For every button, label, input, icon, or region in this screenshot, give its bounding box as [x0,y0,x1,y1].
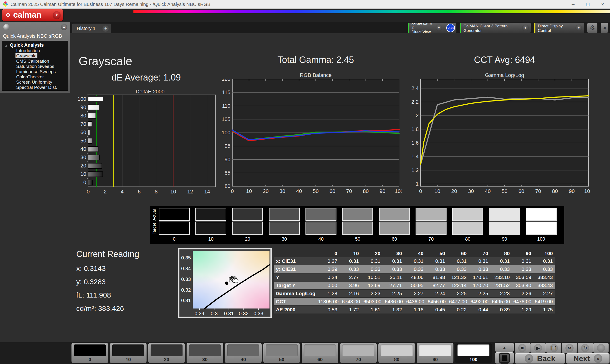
back-arrows-icon: « [525,354,533,363]
sidebar-item-luminance-sweeps[interactable]: Luminance Sweeps [2,69,68,74]
svg-text:0.35: 0.35 [181,255,191,260]
table-cell: 0.27 [318,258,339,264]
de-average-value: dE Average: 1.09 [112,72,181,83]
calman-menu-button[interactable]: ❖ calman ▼ [2,9,63,21]
table-cell: 0.33 [361,266,383,272]
table-row-label: ΔE 2000 [274,307,318,312]
pattern-level-button-40[interactable]: 40 [225,343,262,363]
table-row: CCT11305.006748.006503.006436.006436.006… [274,298,555,305]
tree-root-quick-analysis[interactable]: ◢ Quick Analysis [2,42,68,48]
pattern-level-button-100[interactable]: 100 [455,343,492,363]
actual-swatch-0 [159,208,190,221]
table-cell: 0.33 [339,266,361,272]
strip-level-label: 20 [232,236,263,242]
svg-text:40: 40 [296,188,302,194]
next-button[interactable]: Next » [566,353,610,364]
tab-history-1[interactable]: History 1 [72,24,100,33]
sidebar-item-colorchecker[interactable]: ColorChecker [2,74,68,79]
chevron-down-icon[interactable]: ▼ [522,25,529,31]
tree-expander-icon[interactable]: ◢ [5,43,7,49]
table-cell: 1.32 [383,307,404,312]
target-swatch-30 [269,221,300,235]
table-row-label: y: CIE31 [274,266,318,272]
table-cell: 170.61 [469,274,490,280]
svg-text:1.2: 1.2 [411,167,419,173]
chevron-down-icon[interactable]: ▼ [575,25,582,31]
svg-text:90: 90 [569,188,574,194]
svg-text:20: 20 [451,188,457,194]
sidebar-item-spectral-power-dist[interactable]: Spectral Power Dist. [2,85,68,90]
pattern-level-button-30[interactable]: 30 [187,343,223,363]
settings-gear-button[interactable]: ⚙ [587,23,597,33]
pattern-level-button-70[interactable]: 70 [340,343,377,363]
table-cell: 0.31 [383,258,404,264]
strip-level-label: 90 [489,236,520,242]
pattern-level-button-90[interactable]: 90 [417,343,454,363]
back-button[interactable]: « Back [515,353,565,364]
table-row: ΔE 20000.531.721.611.321.180.450.220.440… [274,306,555,313]
target-swatch-20 [232,221,263,235]
table-cell: 1.18 [404,307,426,312]
pattern-level-button-50[interactable]: 50 [263,343,300,363]
stop-button[interactable]: ■ [515,343,530,353]
table-cell: 2.25 [383,291,404,296]
sidebar-collapse-button[interactable]: ◀ [61,24,67,30]
svg-text:120: 120 [221,78,230,82]
pattern-level-button-60[interactable]: 60 [302,343,338,363]
window-controls: –□× [566,0,610,9]
maximize-button[interactable]: □ [581,0,595,9]
table-cell: 0.31 [512,258,533,264]
table-cell: 1.61 [361,307,383,312]
current-reading-line-1: y: 0.3283 [76,278,105,286]
target-swatch-60 [379,221,410,235]
chevron-down-icon[interactable]: ▼ [436,25,442,31]
pattern-level-button-10[interactable]: 10 [110,343,146,363]
actual-swatch-70 [415,208,447,221]
pattern-level-button-0[interactable]: 0 [71,343,108,363]
table-cell: 383.43 [534,283,555,288]
svg-text:0: 0 [419,188,422,194]
table-cell: 0.44 [469,307,490,312]
pattern-level-button-80[interactable]: 80 [378,343,415,363]
play-button[interactable]: ▶ [531,343,546,353]
table-cell: 6503.00 [363,299,384,304]
sidebar-item-screen-uniformity[interactable]: Screen Uniformity [2,79,68,85]
svg-text:0.29: 0.29 [195,311,204,316]
actual-swatch-100 [526,208,557,221]
source-dropdown[interactable]: CalMAN Client 3 Pattern Generator ▼ [459,23,531,33]
workflow-title: Quick Analysis NBC sRGB [3,33,62,39]
svg-text:2.4: 2.4 [411,85,419,91]
sidebar-item-saturation-sweeps[interactable]: Saturation Sweeps [2,64,68,69]
sidebar-orb-icon[interactable] [3,24,10,30]
add-tab-button[interactable]: + [100,24,111,33]
table-row-label: Target Y [274,283,318,288]
cie-chromaticity-chart: 0.310.320.330.340.350.290.30.310.320.33 [178,248,272,318]
meter-dropdown[interactable]: X-Rite i1Pro 2 Direct View ▼ 238 [407,23,456,33]
sidebar-item-cms-calibration[interactable]: CMS Calibration [2,59,68,64]
svg-text:1.6: 1.6 [411,140,419,146]
blank-button[interactable] [593,343,609,353]
table-cell: 6748.00 [341,299,363,304]
calman-menu-chevron[interactable]: ▼ [53,11,61,19]
sidebar-item-grayscale[interactable]: Grayscale [2,53,68,59]
window-title: Calman 2025 Calman Ultimate for Business… [11,2,210,7]
sidebar-item-introduction[interactable]: Introduction [2,48,68,53]
table-row-label: x: CIE31 [274,258,318,264]
table-cell: 0.33 [491,266,512,272]
interval-button[interactable]: [··] [546,343,561,353]
svg-text:100: 100 [221,130,230,136]
strip-level-label: 40 [305,236,337,242]
toolbar-collapse-button[interactable]: ◀ [600,23,608,33]
table-cell: 0.45 [426,307,447,312]
continuous-button[interactable]: ∞ [562,343,577,353]
minimize-button[interactable]: – [566,0,581,9]
close-button[interactable]: × [595,0,610,9]
pattern-level-button-20[interactable]: 20 [148,343,185,363]
pattern-bar-up-button[interactable]: ▲ [495,343,514,352]
play-icon: ▶ [534,344,542,352]
svg-text:90: 90 [225,156,230,162]
display-dropdown[interactable]: Direct Display Control ▼ [534,23,584,33]
continuous-icon: ∞ [565,344,573,352]
pattern-window-button[interactable] [495,352,514,364]
loop-button[interactable]: ↻ [578,343,593,353]
